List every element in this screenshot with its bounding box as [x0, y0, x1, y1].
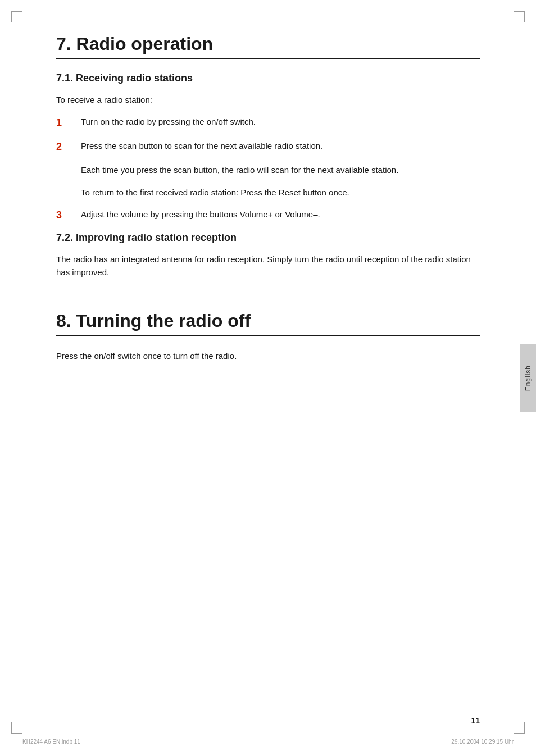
- language-tab: English: [520, 344, 536, 412]
- subsection72: 7.2. Improving radio station reception T…: [56, 232, 480, 279]
- corner-mark-bl: [11, 722, 22, 734]
- step-1-text: Turn on the radio by pressing the on/off…: [81, 115, 256, 128]
- page: English 7. Radio operation 7.1. Receivin…: [0, 0, 536, 756]
- section8-rule: [56, 335, 480, 336]
- step-1-number: 1: [56, 115, 72, 130]
- section7-heading-block: 7. Radio operation: [56, 34, 480, 59]
- steps-list: 1 Turn on the radio by pressing the on/o…: [56, 115, 480, 154]
- footer-right: 29.10.2004 10:29:15 Uhr: [451, 739, 514, 745]
- subsection71-heading: 7.1. Receiving radio stations: [56, 72, 480, 84]
- step-3-text: Adjust the volume by pressing the button…: [81, 208, 320, 221]
- step-3: 3 Adjust the volume by pressing the butt…: [56, 208, 480, 223]
- section8-top-rule: [56, 297, 480, 297]
- section7-rule: [56, 58, 480, 59]
- subsection71: 7.1. Receiving radio stations To receive…: [56, 72, 480, 223]
- step-3-number: 3: [56, 208, 72, 223]
- step-2-number: 2: [56, 139, 72, 154]
- section8-body: Press the on/off switch once to turn off…: [56, 349, 480, 362]
- corner-mark-tr: [514, 11, 525, 22]
- corner-mark-tl: [11, 11, 22, 22]
- step-2-text: Press the scan button to scan for the ne…: [81, 139, 322, 152]
- section7-title: 7. Radio operation: [56, 34, 480, 54]
- page-number: 11: [471, 716, 480, 725]
- steps-list-cont: 3 Adjust the volume by pressing the butt…: [56, 208, 480, 223]
- subsection72-body: The radio has an integrated antenna for …: [56, 253, 480, 279]
- step2-note1: Each time you press the scan button, the…: [81, 163, 480, 176]
- section8-heading-block: 8. Turning the radio off: [56, 311, 480, 336]
- section8-title: 8. Turning the radio off: [56, 311, 480, 331]
- language-tab-label: English: [524, 365, 532, 391]
- corner-mark-br: [514, 722, 525, 734]
- step-1: 1 Turn on the radio by pressing the on/o…: [56, 115, 480, 130]
- subsection72-heading: 7.2. Improving radio station reception: [56, 232, 480, 244]
- step-2: 2 Press the scan button to scan for the …: [56, 139, 480, 154]
- footer-left: KH2244 A6 EN.indb 11: [22, 739, 80, 745]
- subsection71-intro: To receive a radio station:: [56, 93, 480, 106]
- step2-note2: To return to the first received radio st…: [81, 186, 480, 199]
- section8-block: 8. Turning the radio off Press the on/of…: [56, 311, 480, 362]
